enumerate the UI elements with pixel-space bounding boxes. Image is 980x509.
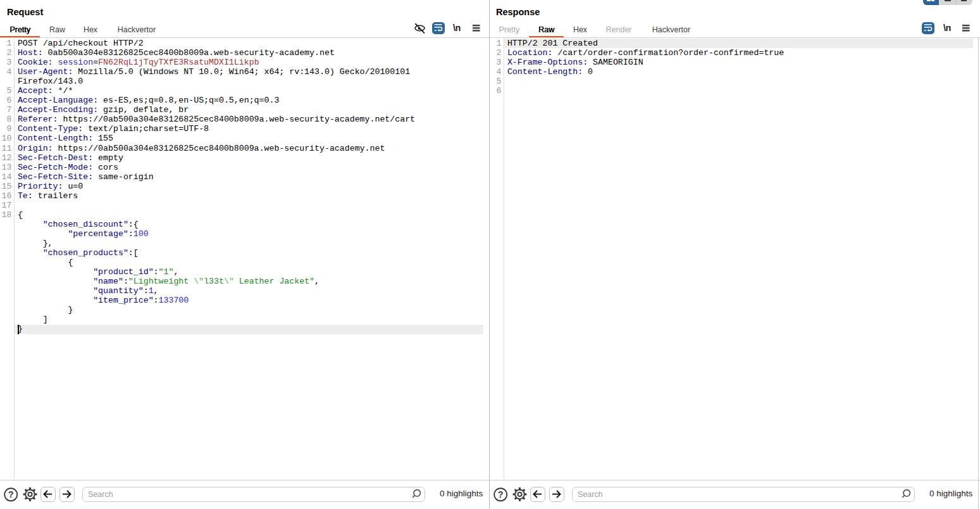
svg-text:?: ?: [498, 489, 504, 500]
svg-text:?: ?: [8, 489, 14, 500]
